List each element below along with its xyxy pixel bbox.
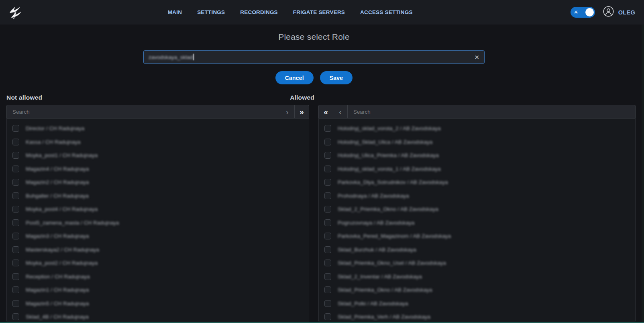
- item-label: Magazin3 / CH Radujnaya: [26, 233, 89, 239]
- nav-settings[interactable]: SETTINGS: [197, 9, 225, 15]
- item-label: Sklad_2_Inventar / AB Zavodskaya: [338, 274, 422, 280]
- camera-list-item[interactable]: Sklad_2_Inventar / AB Zavodskaya: [319, 270, 635, 284]
- nav-main[interactable]: MAIN: [168, 9, 182, 15]
- camera-list-item[interactable]: Holodnyj_Ulica_Priemka / AB Zavodskaya: [319, 149, 635, 162]
- not-allowed-search-input[interactable]: [7, 105, 280, 118]
- scrollbar-track[interactable]: [642, 25, 644, 323]
- item-checkbox[interactable]: [12, 233, 19, 239]
- item-checkbox[interactable]: [12, 206, 19, 213]
- camera-list-item[interactable]: Reception / CH Radujnaya: [7, 270, 309, 284]
- user-menu[interactable]: OLEG: [603, 6, 635, 18]
- camera-list-item[interactable]: Sklad_4B / CH Radujnaya: [7, 310, 309, 321]
- item-checkbox[interactable]: [324, 260, 331, 266]
- item-checkbox[interactable]: [12, 273, 19, 280]
- item-label: Magazin4 / CH Radujnaya: [26, 166, 89, 172]
- camera-list-item[interactable]: Holodnyj_Sklad_Ulica / AB Zavodskaya: [319, 135, 635, 149]
- item-checkbox[interactable]: [324, 206, 331, 213]
- camera-list-item[interactable]: Kassa / CH Radujnaya: [7, 135, 309, 149]
- item-checkbox[interactable]: [12, 300, 19, 307]
- camera-list-item[interactable]: Holodnyj_sklad_vorota_1 / AB Zavodskaya: [319, 162, 635, 176]
- item-label: Sklad_Burzhuk / AB Zavodskaya: [338, 247, 416, 253]
- camera-list-item[interactable]: Sklad_Priemka_Okno_Usel / AB Zavodskaya: [319, 256, 635, 270]
- move-selected-left-button[interactable]: ‹: [333, 105, 348, 118]
- camera-list-item[interactable]: Parkovka_Dlya_Sotrudnikov / AB Zavodskay…: [319, 176, 635, 189]
- item-checkbox[interactable]: [12, 246, 19, 253]
- camera-list-item[interactable]: Magazin4 / CH Radujnaya: [7, 162, 309, 176]
- camera-list-item[interactable]: Masterskaya2 / CH Radujnaya: [7, 243, 309, 257]
- item-checkbox[interactable]: [12, 139, 19, 145]
- item-checkbox[interactable]: [324, 179, 331, 186]
- camera-list-item[interactable]: Magazin5 / CH Radujnaya: [7, 297, 309, 311]
- toggle-knob[interactable]: [585, 8, 594, 16]
- camera-list-item[interactable]: Pogruzovnaya / AB Zavodskaya: [319, 216, 635, 230]
- save-button[interactable]: Save: [320, 71, 353, 84]
- item-checkbox[interactable]: [324, 246, 331, 253]
- allowed-list: Holodnyj_sklad_vorota_2 / AB Zavodskaya …: [318, 119, 636, 321]
- item-checkbox[interactable]: [12, 125, 19, 132]
- item-checkbox[interactable]: [12, 179, 19, 186]
- nav-access-settings[interactable]: ACCESS SETTINGS: [360, 9, 413, 15]
- move-all-right-button[interactable]: »: [294, 105, 309, 118]
- item-label: Holodnyj_sklad_vorota_2 / AB Zavodskaya: [338, 125, 441, 131]
- item-checkbox[interactable]: [12, 166, 19, 172]
- item-label: Parkovka_Pered_Magazinom / AB Zavodskaya: [338, 233, 451, 239]
- item-label: Sklad_Priemka_Okno_Usel / AB Zavodskaya: [338, 260, 446, 266]
- camera-list-item[interactable]: Moyka_post2 / CH Radujnaya: [7, 256, 309, 270]
- camera-list-item[interactable]: Sklad_Burzhuk / AB Zavodskaya: [319, 243, 635, 257]
- theme-toggle[interactable]: ☀: [571, 7, 595, 18]
- item-checkbox[interactable]: [324, 300, 331, 307]
- camera-list-item[interactable]: Holodnyj_sklad_vorota_2 / AB Zavodskaya: [319, 122, 635, 135]
- camera-list-item[interactable]: Director / CH Radujnaya: [7, 122, 309, 135]
- item-label: Sklad_Polki / AB Zavodskaya: [338, 301, 408, 307]
- item-checkbox[interactable]: [12, 152, 19, 159]
- role-input[interactable]: zavodskaya_sklad ✕: [143, 50, 485, 64]
- item-checkbox[interactable]: [324, 313, 331, 320]
- user-avatar-icon[interactable]: [603, 6, 614, 18]
- allowed-title: Allowed: [290, 94, 314, 101]
- item-checkbox[interactable]: [324, 273, 331, 280]
- camera-list-item[interactable]: Post5_zamena_masla / CH Radujnaya: [7, 216, 309, 230]
- frigate-logo-icon[interactable]: [6, 4, 24, 21]
- move-selected-right-button[interactable]: ›: [280, 105, 294, 118]
- camera-list-item[interactable]: Magazin2 / CH Radujnaya: [7, 176, 309, 189]
- item-label: Holodnyj_sklad_vorota_1 / AB Zavodskaya: [338, 166, 441, 172]
- cancel-button[interactable]: Cancel: [275, 71, 314, 84]
- item-checkbox[interactable]: [12, 192, 19, 199]
- clear-input-icon[interactable]: ✕: [474, 54, 479, 60]
- camera-list-item[interactable]: Moyka_post4 / CH Radujnaya: [7, 202, 309, 216]
- camera-list-item[interactable]: Sklad_Priemka_Okno / AB Zavodskaya: [319, 283, 635, 297]
- camera-list-item[interactable]: Magazin3 / CH Radujnaya: [7, 229, 309, 243]
- camera-list-item[interactable]: Moyka_post1 / CH Radujnaya: [7, 149, 309, 162]
- nav-recordings[interactable]: RECORDINGS: [240, 9, 278, 15]
- item-checkbox[interactable]: [12, 219, 19, 226]
- camera-list-item[interactable]: Prohodnaya / AB Zavodskaya: [319, 189, 635, 203]
- camera-list-item[interactable]: Sklad_Priemka_Verh / AB Zavodskaya: [319, 310, 635, 321]
- camera-list-item[interactable]: Parkovka_Pered_Magazinom / AB Zavodskaya: [319, 229, 635, 243]
- item-checkbox[interactable]: [324, 192, 331, 199]
- item-label: Sklad_4B / CH Radujnaya: [26, 314, 89, 320]
- item-checkbox[interactable]: [12, 260, 19, 266]
- allowed-search-input[interactable]: [348, 105, 635, 118]
- item-checkbox[interactable]: [324, 139, 331, 145]
- nav-frigate-servers[interactable]: FRIGATE SERVERS: [293, 9, 345, 15]
- not-allowed-list: Director / CH Radujnaya Kassa / CH Raduj…: [6, 119, 309, 321]
- item-checkbox[interactable]: [324, 219, 331, 226]
- item-label: Moyka_post1 / CH Radujnaya: [26, 152, 98, 158]
- camera-list-item[interactable]: Sklad_Polki / AB Zavodskaya: [319, 297, 635, 311]
- page-title: Please select Role: [143, 32, 485, 42]
- item-checkbox[interactable]: [324, 286, 331, 293]
- move-all-left-button[interactable]: «: [319, 105, 333, 118]
- username-label[interactable]: OLEG: [618, 9, 635, 16]
- item-checkbox[interactable]: [324, 233, 331, 239]
- camera-list-item[interactable]: Sklad_2_Priemka_Okno / AB Zavodskaya: [319, 202, 635, 216]
- not-allowed-title: Not allowed: [6, 94, 42, 101]
- camera-list-item[interactable]: Magazin1 / CH Radujnaya: [7, 283, 309, 297]
- item-checkbox[interactable]: [12, 286, 19, 293]
- camera-list-item[interactable]: Buhgalter / CH Radujnaya: [7, 189, 309, 203]
- role-input-value: zavodskaya_sklad: [149, 54, 193, 60]
- item-label: Reception / CH Radujnaya: [26, 274, 90, 280]
- item-checkbox[interactable]: [12, 313, 19, 320]
- item-checkbox[interactable]: [324, 125, 331, 132]
- item-checkbox[interactable]: [324, 152, 331, 159]
- item-checkbox[interactable]: [324, 166, 331, 172]
